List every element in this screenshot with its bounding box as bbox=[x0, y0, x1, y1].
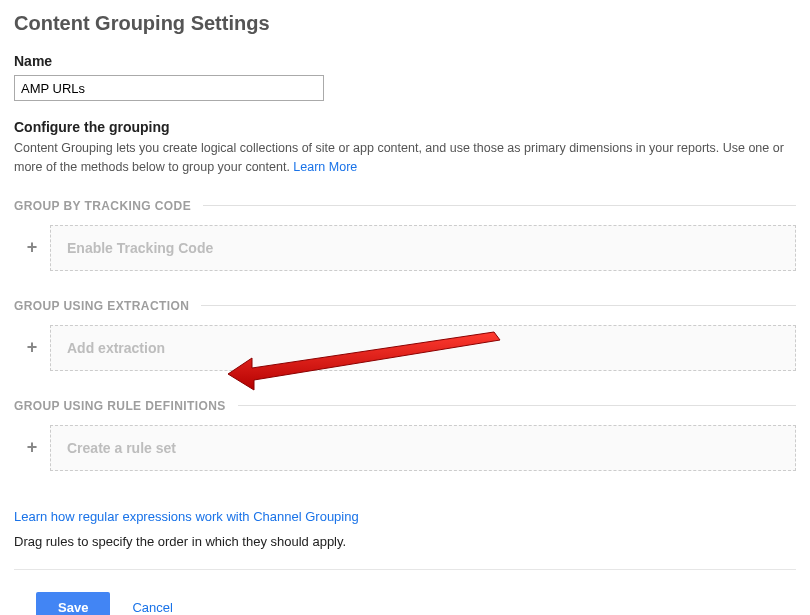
extraction-row: + Add extraction bbox=[14, 325, 796, 371]
extraction-add-button[interactable]: + bbox=[14, 325, 50, 371]
footer-divider bbox=[14, 569, 796, 570]
extraction-section-title: GROUP USING EXTRACTION bbox=[14, 299, 189, 313]
divider-line bbox=[203, 205, 796, 206]
rules-section-title: GROUP USING RULE DEFINITIONS bbox=[14, 399, 226, 413]
rules-row: + Create a rule set bbox=[14, 425, 796, 471]
name-input[interactable] bbox=[14, 75, 324, 101]
learn-more-link[interactable]: Learn More bbox=[293, 160, 357, 174]
regex-help-link[interactable]: Learn how regular expressions work with … bbox=[14, 509, 359, 524]
rules-add-button[interactable]: + bbox=[14, 425, 50, 471]
tracking-section-title: GROUP BY TRACKING CODE bbox=[14, 199, 191, 213]
cancel-link[interactable]: Cancel bbox=[132, 600, 172, 615]
plus-icon: + bbox=[27, 237, 38, 258]
configure-description-text: Content Grouping lets you create logical… bbox=[14, 141, 784, 174]
rules-section-header: GROUP USING RULE DEFINITIONS bbox=[14, 399, 796, 413]
name-label: Name bbox=[14, 53, 796, 69]
page-title: Content Grouping Settings bbox=[14, 12, 796, 35]
extraction-section-header: GROUP USING EXTRACTION bbox=[14, 299, 796, 313]
divider-line bbox=[201, 305, 796, 306]
save-button[interactable]: Save bbox=[36, 592, 110, 616]
plus-icon: + bbox=[27, 437, 38, 458]
enable-tracking-code-box[interactable]: Enable Tracking Code bbox=[50, 225, 796, 271]
configure-description: Content Grouping lets you create logical… bbox=[14, 139, 796, 177]
add-extraction-box[interactable]: Add extraction bbox=[50, 325, 796, 371]
divider-line bbox=[238, 405, 796, 406]
footer-actions: Save Cancel bbox=[14, 582, 796, 616]
tracking-add-button[interactable]: + bbox=[14, 225, 50, 271]
drag-note: Drag rules to specify the order in which… bbox=[14, 534, 796, 549]
configure-title: Configure the grouping bbox=[14, 119, 796, 135]
create-rule-set-box[interactable]: Create a rule set bbox=[50, 425, 796, 471]
plus-icon: + bbox=[27, 337, 38, 358]
tracking-row: + Enable Tracking Code bbox=[14, 225, 796, 271]
tracking-section-header: GROUP BY TRACKING CODE bbox=[14, 199, 796, 213]
